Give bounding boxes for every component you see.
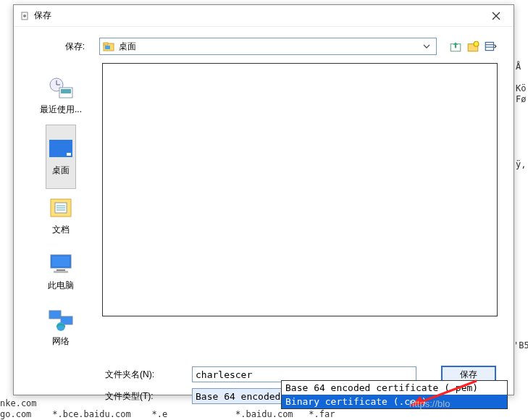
computer-icon [46,252,75,277]
location-value: 桌面 [119,41,420,53]
sidebar-item-label: 此电脑 [21,280,101,292]
svg-rect-19 [67,153,71,156]
svg-rect-28 [54,271,68,273]
svg-rect-17 [61,89,71,93]
desktop-icon [46,137,75,161]
filetype-option[interactable]: Base 64 encoded certificate (.pem) [282,381,507,395]
network-icon [46,308,75,332]
chevron-down-icon [420,39,433,54]
svg-rect-10 [485,42,493,50]
sidebar-item-recent[interactable]: 最近使用... [21,69,101,125]
save-dialog: 保存 保存: 桌面 [13,4,514,395]
filetype-dropdown: Base 64 encoded certificate (.pem) Binar… [281,380,508,409]
bg-line-2: go.com *.bce.baidu.com *.e *.baidu.com *… [0,409,335,419]
location-row: 保存: 桌面 [21,37,498,56]
up-folder-button[interactable] [448,39,463,54]
titlebar: 保存 [14,5,514,27]
close-button[interactable] [482,6,511,26]
bg-right-2: Kö [516,83,526,93]
location-label: 保存: [21,41,99,53]
app-icon [20,11,30,21]
sidebar-item-documents[interactable]: 文档 [21,189,101,245]
recent-icon [46,76,75,101]
svg-rect-27 [56,269,65,271]
svg-point-31 [56,322,65,331]
bg-right-4: ÿ, [516,159,526,169]
bg-right-3: Fø [516,94,526,104]
filename-label: 文件夹名(N): [105,369,192,381]
places-sidebar: 最近使用... 桌面 文档 此电脑 网络 [21,63,101,356]
filetype-label: 文件类型(T): [105,390,192,403]
svg-point-1 [23,14,26,17]
sidebar-item-label: 最近使用... [21,104,101,116]
svg-rect-5 [104,43,108,45]
sidebar-item-label: 桌面 [46,164,75,177]
sidebar-item-label: 网络 [21,335,101,348]
main-area: 最近使用... 桌面 文档 此电脑 网络 [21,63,498,356]
bg-right-5: 'B5 [514,340,528,350]
sidebar-item-thispc[interactable]: 此电脑 [21,245,101,301]
sidebar-item-network[interactable]: 网络 [21,301,101,356]
svg-point-9 [474,41,479,46]
dialog-title: 保存 [34,9,482,22]
location-combobox[interactable]: 桌面 [99,38,437,55]
sidebar-item-label: 文档 [21,224,101,236]
file-list-pane[interactable] [102,63,498,316]
new-folder-button[interactable] [466,39,480,54]
sidebar-item-desktop[interactable]: 桌面 [46,125,76,189]
bg-right-1: Å [516,62,521,72]
svg-rect-26 [52,256,70,266]
folder-icon [103,41,114,52]
documents-icon [46,196,75,221]
svg-rect-6 [105,46,110,49]
filetype-option[interactable]: Binary certificate (.cer) [282,395,507,408]
watermark: https://blo [409,398,450,409]
svg-rect-29 [49,311,61,319]
view-options-button[interactable] [483,39,498,54]
